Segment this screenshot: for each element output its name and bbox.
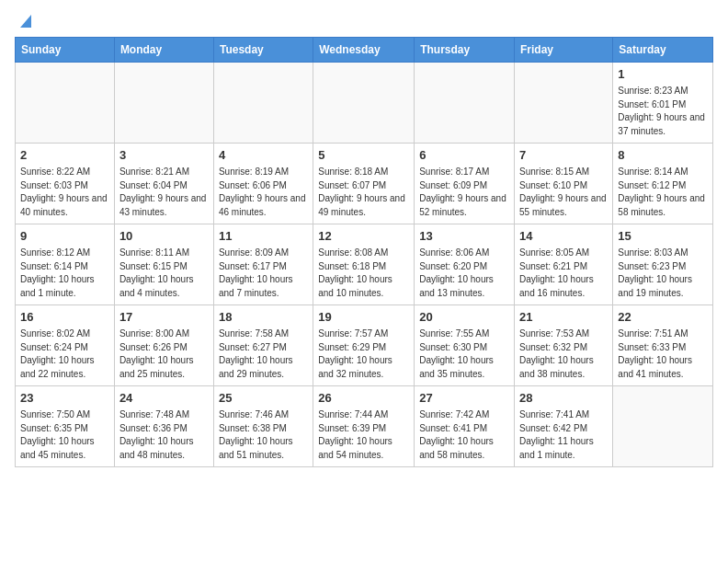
cell-sun-info: Sunrise: 7:48 AM Sunset: 6:36 PM Dayligh… [119, 408, 209, 462]
week-row-2: 2Sunrise: 8:22 AM Sunset: 6:03 PM Daylig… [16, 144, 713, 224]
cell-sun-info: Sunrise: 8:09 AM Sunset: 6:17 PM Dayligh… [219, 247, 308, 300]
calendar-cell: 14Sunrise: 8:05 AM Sunset: 6:21 PM Dayli… [515, 224, 613, 305]
calendar-cell: 4Sunrise: 8:19 AM Sunset: 6:06 PM Daylig… [213, 144, 313, 224]
weekday-header-tuesday: Tuesday [213, 38, 313, 63]
cell-sun-info: Sunrise: 7:51 AM Sunset: 6:33 PM Dayligh… [618, 327, 708, 381]
calendar-table: SundayMondayTuesdayWednesdayThursdayFrid… [15, 37, 713, 467]
weekday-header-friday: Friday [515, 38, 613, 63]
calendar-cell: 1Sunrise: 8:23 AM Sunset: 6:01 PM Daylig… [613, 63, 713, 144]
calendar-cell [613, 386, 713, 467]
weekday-header-monday: Monday [114, 38, 213, 63]
cell-sun-info: Sunrise: 8:15 AM Sunset: 6:10 PM Dayligh… [519, 166, 608, 219]
day-number: 16 [20, 309, 109, 326]
cell-sun-info: Sunrise: 8:12 AM Sunset: 6:14 PM Dayligh… [20, 247, 109, 300]
day-number: 28 [519, 390, 608, 407]
cell-sun-info: Sunrise: 7:50 AM Sunset: 6:35 PM Dayligh… [20, 408, 109, 462]
cell-sun-info: Sunrise: 8:17 AM Sunset: 6:09 PM Dayligh… [419, 166, 509, 219]
day-number: 14 [519, 228, 608, 245]
day-number: 3 [119, 147, 209, 164]
day-number: 24 [119, 390, 209, 407]
calendar-cell: 7Sunrise: 8:15 AM Sunset: 6:10 PM Daylig… [515, 144, 613, 224]
day-number: 23 [20, 390, 109, 407]
calendar-cell: 15Sunrise: 8:03 AM Sunset: 6:23 PM Dayli… [613, 224, 713, 305]
calendar-cell [515, 63, 613, 144]
cell-sun-info: Sunrise: 7:46 AM Sunset: 6:38 PM Dayligh… [219, 408, 308, 462]
day-number: 21 [519, 309, 608, 326]
calendar-cell: 9Sunrise: 8:12 AM Sunset: 6:14 PM Daylig… [16, 224, 115, 305]
day-number: 22 [618, 309, 708, 326]
cell-sun-info: Sunrise: 8:08 AM Sunset: 6:18 PM Dayligh… [318, 247, 409, 300]
calendar-cell: 18Sunrise: 7:58 AM Sunset: 6:27 PM Dayli… [213, 305, 313, 386]
logo [15, 15, 35, 29]
calendar-cell [16, 63, 115, 144]
calendar-cell: 19Sunrise: 7:57 AM Sunset: 6:29 PM Dayli… [313, 305, 415, 386]
day-number: 9 [20, 228, 109, 245]
cell-sun-info: Sunrise: 7:53 AM Sunset: 6:32 PM Dayligh… [519, 327, 608, 381]
day-number: 10 [119, 228, 209, 245]
week-row-1: 1Sunrise: 8:23 AM Sunset: 6:01 PM Daylig… [16, 63, 713, 144]
day-number: 13 [419, 228, 509, 245]
calendar-cell: 24Sunrise: 7:48 AM Sunset: 6:36 PM Dayli… [114, 386, 213, 467]
weekday-header-row: SundayMondayTuesdayWednesdayThursdayFrid… [16, 38, 713, 63]
cell-sun-info: Sunrise: 8:19 AM Sunset: 6:06 PM Dayligh… [219, 166, 308, 219]
day-number: 1 [618, 66, 708, 83]
day-number: 12 [318, 228, 409, 245]
logo-icon [17, 11, 35, 29]
cell-sun-info: Sunrise: 8:05 AM Sunset: 6:21 PM Dayligh… [519, 247, 608, 300]
svg-marker-0 [20, 15, 31, 28]
calendar-cell: 23Sunrise: 7:50 AM Sunset: 6:35 PM Dayli… [16, 386, 115, 467]
cell-sun-info: Sunrise: 8:06 AM Sunset: 6:20 PM Dayligh… [419, 247, 509, 300]
calendar-cell: 10Sunrise: 8:11 AM Sunset: 6:15 PM Dayli… [114, 224, 213, 305]
calendar-cell: 21Sunrise: 7:53 AM Sunset: 6:32 PM Dayli… [515, 305, 613, 386]
cell-sun-info: Sunrise: 7:55 AM Sunset: 6:30 PM Dayligh… [419, 327, 509, 381]
cell-sun-info: Sunrise: 7:44 AM Sunset: 6:39 PM Dayligh… [318, 408, 409, 462]
cell-sun-info: Sunrise: 8:03 AM Sunset: 6:23 PM Dayligh… [618, 247, 708, 300]
calendar-cell: 17Sunrise: 8:00 AM Sunset: 6:26 PM Dayli… [114, 305, 213, 386]
calendar-cell: 11Sunrise: 8:09 AM Sunset: 6:17 PM Dayli… [213, 224, 313, 305]
calendar-cell: 27Sunrise: 7:42 AM Sunset: 6:41 PM Dayli… [415, 386, 515, 467]
calendar-cell [213, 63, 313, 144]
day-number: 27 [419, 390, 509, 407]
day-number: 8 [618, 147, 708, 164]
calendar-cell: 12Sunrise: 8:08 AM Sunset: 6:18 PM Dayli… [313, 224, 415, 305]
calendar-cell [114, 63, 213, 144]
calendar-cell: 3Sunrise: 8:21 AM Sunset: 6:04 PM Daylig… [114, 144, 213, 224]
day-number: 4 [219, 147, 308, 164]
day-number: 15 [618, 228, 708, 245]
calendar-cell: 26Sunrise: 7:44 AM Sunset: 6:39 PM Dayli… [313, 386, 415, 467]
weekday-header-saturday: Saturday [613, 38, 713, 63]
week-row-5: 23Sunrise: 7:50 AM Sunset: 6:35 PM Dayli… [16, 386, 713, 467]
calendar-cell: 2Sunrise: 8:22 AM Sunset: 6:03 PM Daylig… [16, 144, 115, 224]
cell-sun-info: Sunrise: 8:22 AM Sunset: 6:03 PM Dayligh… [20, 166, 109, 219]
calendar-cell: 8Sunrise: 8:14 AM Sunset: 6:12 PM Daylig… [613, 144, 713, 224]
cell-sun-info: Sunrise: 7:58 AM Sunset: 6:27 PM Dayligh… [219, 327, 308, 381]
cell-sun-info: Sunrise: 7:57 AM Sunset: 6:29 PM Dayligh… [318, 327, 409, 381]
day-number: 6 [419, 147, 509, 164]
day-number: 7 [519, 147, 608, 164]
weekday-header-sunday: Sunday [16, 38, 115, 63]
day-number: 11 [219, 228, 308, 245]
cell-sun-info: Sunrise: 8:18 AM Sunset: 6:07 PM Dayligh… [318, 166, 409, 219]
calendar-cell: 6Sunrise: 8:17 AM Sunset: 6:09 PM Daylig… [415, 144, 515, 224]
cell-sun-info: Sunrise: 8:11 AM Sunset: 6:15 PM Dayligh… [119, 247, 209, 300]
calendar-cell: 5Sunrise: 8:18 AM Sunset: 6:07 PM Daylig… [313, 144, 415, 224]
day-number: 19 [318, 309, 409, 326]
weekday-header-wednesday: Wednesday [313, 38, 415, 63]
cell-sun-info: Sunrise: 7:41 AM Sunset: 6:42 PM Dayligh… [519, 408, 608, 462]
calendar-cell: 16Sunrise: 8:02 AM Sunset: 6:24 PM Dayli… [16, 305, 115, 386]
calendar-cell: 25Sunrise: 7:46 AM Sunset: 6:38 PM Dayli… [213, 386, 313, 467]
calendar-cell: 20Sunrise: 7:55 AM Sunset: 6:30 PM Dayli… [415, 305, 515, 386]
week-row-3: 9Sunrise: 8:12 AM Sunset: 6:14 PM Daylig… [16, 224, 713, 305]
cell-sun-info: Sunrise: 8:21 AM Sunset: 6:04 PM Dayligh… [119, 166, 209, 219]
cell-sun-info: Sunrise: 7:42 AM Sunset: 6:41 PM Dayligh… [419, 408, 509, 462]
day-number: 25 [219, 390, 308, 407]
page-header [15, 15, 713, 29]
day-number: 26 [318, 390, 409, 407]
cell-sun-info: Sunrise: 8:23 AM Sunset: 6:01 PM Dayligh… [618, 85, 708, 138]
day-number: 18 [219, 309, 308, 326]
calendar-cell: 22Sunrise: 7:51 AM Sunset: 6:33 PM Dayli… [613, 305, 713, 386]
week-row-4: 16Sunrise: 8:02 AM Sunset: 6:24 PM Dayli… [16, 305, 713, 386]
day-number: 17 [119, 309, 209, 326]
day-number: 5 [318, 147, 409, 164]
day-number: 20 [419, 309, 509, 326]
